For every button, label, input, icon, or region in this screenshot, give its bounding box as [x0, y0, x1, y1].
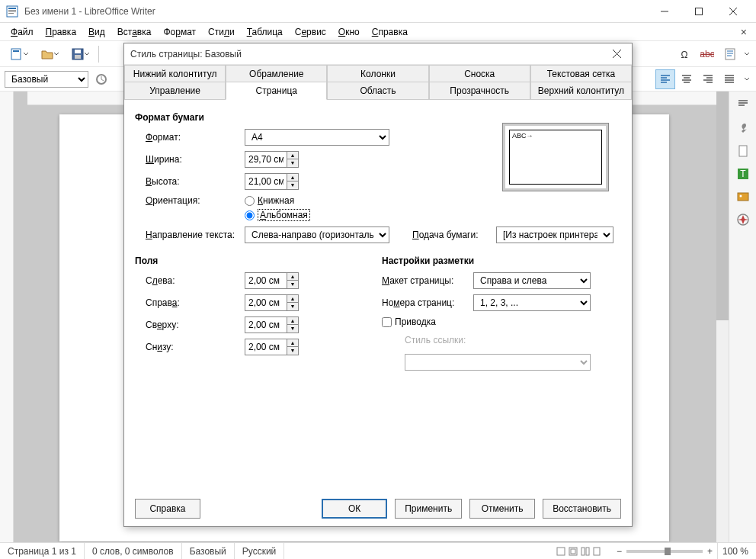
status-view-icons[interactable]	[548, 543, 609, 559]
margin-bottom-spinner[interactable]: ▲▼	[245, 339, 299, 355]
dialog-buttons: Справка ОК Применить Отменить Восстанови…	[124, 491, 632, 526]
omega-button[interactable]: Ω	[674, 43, 695, 65]
zoom-slider[interactable]	[626, 550, 703, 553]
tab-header[interactable]: Верхний колонтитул	[530, 82, 632, 100]
status-style[interactable]: Базовый	[182, 543, 235, 559]
paragraph-style-select[interactable]: Базовый	[5, 71, 88, 88]
save-button[interactable]	[66, 43, 94, 65]
tab-borders[interactable]: Обрамление	[226, 65, 327, 82]
page-style-dialog: Стиль страницы: Базовый Нижний колонтиту…	[123, 43, 633, 527]
menu-table[interactable]: Таблица	[241, 24, 289, 40]
menu-help[interactable]: Справка	[366, 24, 414, 40]
sidebar-gallery-icon[interactable]	[732, 186, 754, 207]
menubar-close-icon[interactable]: ×	[736, 26, 751, 38]
align-left-button[interactable]	[655, 69, 675, 89]
pagelayout-select[interactable]: Справа и слева	[473, 272, 591, 289]
tab-columns[interactable]: Колонки	[327, 65, 428, 82]
orientation-landscape-radio[interactable]: Альбомная	[245, 209, 310, 221]
status-language[interactable]: Русский	[235, 543, 285, 559]
tab-transparency[interactable]: Прозрачность	[429, 82, 530, 100]
margin-right-label: Справа:	[146, 297, 245, 308]
textdir-label: Направление текста:	[146, 230, 245, 240]
zoom-value[interactable]: 100 %	[722, 546, 748, 557]
menu-view[interactable]: Вид	[82, 24, 111, 40]
zoom-minus-icon[interactable]: −	[617, 546, 622, 557]
dialog-title: Стиль страницы: Базовый	[130, 49, 607, 59]
tab-organizer[interactable]: Управление	[124, 82, 226, 100]
textdir-select[interactable]: Слева-направо (горизонтально)	[245, 226, 389, 243]
format-select[interactable]: A4	[245, 129, 389, 146]
tab-page[interactable]: Страница	[226, 82, 327, 100]
tab-footer[interactable]: Нижний колонтитул	[124, 65, 226, 82]
styletoolbar-overflow[interactable]	[742, 69, 751, 89]
margin-left-spinner[interactable]: ▲▼	[245, 272, 299, 289]
svg-rect-21	[738, 193, 748, 201]
width-spinner[interactable]: ▲▼	[245, 151, 299, 168]
zoom-plus-icon[interactable]: +	[707, 546, 713, 557]
orientation-portrait-radio[interactable]: Книжная	[245, 195, 310, 206]
ok-button[interactable]: ОК	[322, 499, 387, 519]
svg-rect-16	[726, 49, 735, 59]
menu-edit[interactable]: Правка	[40, 24, 83, 40]
sidebar-navigator-icon[interactable]	[732, 209, 754, 230]
refstyle-select	[405, 354, 591, 371]
vertical-ruler[interactable]	[0, 92, 14, 542]
apply-button[interactable]: Применить	[395, 499, 462, 519]
sidebar-styles-icon[interactable]: T	[732, 163, 754, 185]
sidebar-wrench-icon[interactable]	[732, 117, 754, 139]
margin-right-spinner[interactable]: ▲▼	[245, 294, 299, 311]
margin-top-label: Сверху:	[146, 320, 245, 330]
tab-area[interactable]: Область	[327, 82, 428, 100]
menu-insert[interactable]: Вставка	[111, 24, 158, 40]
document-button[interactable]	[719, 43, 741, 65]
dialog-close-button[interactable]	[607, 45, 626, 63]
minimize-button[interactable]	[647, 0, 681, 23]
open-button[interactable]	[35, 43, 64, 65]
svg-rect-18	[739, 146, 747, 156]
toolbar-overflow[interactable]	[742, 43, 751, 65]
new-button[interactable]	[5, 43, 34, 65]
menu-tools[interactable]: Сервис	[289, 24, 332, 40]
svg-rect-27	[581, 548, 585, 555]
zoom-control[interactable]: − + 100 %	[609, 543, 756, 560]
sidebar: T	[729, 92, 756, 542]
vertical-scrollbar[interactable]	[716, 92, 729, 542]
statusbar: Страница 1 из 1 0 слов, 0 символов Базов…	[0, 542, 756, 559]
reset-button[interactable]: Восстановить	[543, 499, 621, 519]
scrollbar-thumb[interactable]	[716, 92, 729, 320]
tab-footnote[interactable]: Сноска	[429, 65, 530, 82]
help-button[interactable]: Справка	[135, 499, 200, 519]
titlebar: Без имени 1 - LibreOffice Writer	[0, 0, 756, 23]
maximize-button[interactable]	[681, 0, 716, 23]
svg-text:T: T	[740, 169, 746, 179]
sidebar-page-icon[interactable]	[732, 140, 754, 162]
section-paper-format: Формат бумаги	[135, 112, 621, 123]
orientation-label: Ориентация:	[146, 195, 245, 206]
menu-styles[interactable]: Стили	[202, 24, 241, 40]
status-page[interactable]: Страница 1 из 1	[0, 543, 85, 559]
status-words[interactable]: 0 слов, 0 символов	[85, 543, 182, 559]
cancel-button[interactable]: Отменить	[469, 499, 535, 519]
tray-select[interactable]: [Из настроек принтера]	[496, 226, 613, 243]
app-icon	[6, 5, 18, 18]
menu-file[interactable]: Файл	[5, 24, 40, 40]
width-label: Ширина:	[146, 154, 245, 165]
strikethrough-button[interactable]: abc	[697, 43, 718, 65]
tab-textgrid[interactable]: Текстовая сетка	[530, 65, 632, 82]
align-right-button[interactable]	[698, 69, 718, 89]
height-spinner[interactable]: ▲▼	[245, 173, 299, 190]
align-justify-button[interactable]	[719, 69, 739, 89]
dialog-body: Формат бумаги ABC→ Формат: A4 Ширина: ▲▼…	[124, 99, 632, 491]
update-style-button[interactable]	[91, 69, 111, 89]
menu-format[interactable]: Формат	[157, 24, 202, 40]
preview-text: ABC→	[512, 132, 533, 140]
close-button[interactable]	[716, 0, 750, 23]
svg-rect-3	[8, 11, 16, 12]
dialog-titlebar: Стиль страницы: Базовый	[124, 43, 632, 65]
pagenum-select[interactable]: 1, 2, 3, ...	[473, 294, 591, 311]
sidebar-properties-icon[interactable]	[732, 95, 754, 116]
margin-top-spinner[interactable]: ▲▼	[245, 316, 299, 333]
register-checkbox[interactable]: Приводка	[382, 316, 621, 327]
align-center-button[interactable]	[677, 69, 697, 89]
menu-window[interactable]: Окно	[332, 24, 366, 40]
